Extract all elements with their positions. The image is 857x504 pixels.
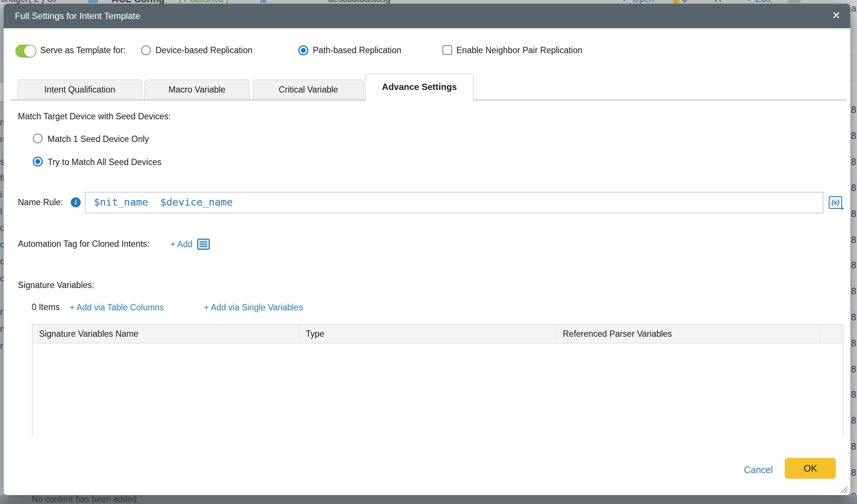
dialog-header: Full Settings for Intent Template ✕: [4, 4, 850, 28]
dialog-title: Full Settings for Intent Template: [15, 4, 140, 28]
add-via-single-variables-link[interactable]: + Add via Single Variables: [204, 303, 303, 313]
full-settings-dialog: Full Settings for Intent Template ✕ Serv…: [4, 4, 850, 495]
name-rule-label: Name Rule:: [18, 197, 63, 207]
backdrop-fragment: 8: [851, 131, 856, 140]
toggle-knob: [24, 45, 36, 57]
automation-tag-label: Automation Tag for Cloned Intents:: [18, 239, 150, 249]
plus-glyph: +: [840, 205, 844, 212]
app-icon: [88, 0, 98, 3]
serve-as-template-label: Serve as Template for:: [40, 45, 126, 55]
radio-match-one-seed[interactable]: [33, 133, 43, 143]
document-icon: [673, 0, 679, 3]
backdrop-fragment: 8: [851, 286, 856, 296]
backdrop-fragment: 8: [851, 491, 856, 495]
radio-path-based-replication[interactable]: [298, 45, 308, 55]
backdrop-fragment: 8: [851, 364, 856, 374]
serve-as-template-toggle[interactable]: [15, 45, 36, 58]
name-rule-value: $nit_name $device_name: [94, 196, 233, 208]
backdrop-empty-message: No content has been added.: [32, 495, 139, 504]
signature-variables-table: Signature Variables Name Type Referenced…: [32, 324, 843, 436]
backdrop-fragment: 8: [851, 260, 856, 270]
backdrop-fragment: 8: [851, 338, 856, 348]
radio-path-based-label[interactable]: Path-based Replication: [313, 45, 401, 55]
backdrop-fragment: r: [0, 341, 3, 351]
backdrop-fragment: 8: [851, 416, 856, 425]
backdrop-fragment: 8: [851, 157, 856, 167]
signature-variables-label: Signature Variables:: [18, 280, 94, 290]
fx-glyph: (x): [832, 199, 840, 206]
add-via-table-columns-link[interactable]: + Add via Table Columns: [70, 303, 164, 313]
backdrop-fragment: 8: [851, 183, 856, 193]
share-icon: [260, 0, 266, 3]
column-header-type[interactable]: Type: [299, 325, 556, 343]
column-header-referenced[interactable]: Referenced Parser Variables: [556, 325, 820, 343]
tab-advance-settings[interactable]: Advance Settings: [365, 74, 474, 100]
column-header-name[interactable]: Signature Variables Name: [32, 325, 299, 343]
right-edge-strip: a8888888888888888: [850, 4, 857, 495]
tab-intent-qualification[interactable]: Intent Qualification: [17, 80, 142, 100]
signature-items-count: 0 Items: [32, 302, 60, 312]
column-header-extra: [820, 325, 843, 343]
automation-add-link[interactable]: + Add: [170, 239, 192, 249]
backdrop-fragment: 8: [851, 235, 856, 245]
backdrop-fragment: l: [0, 207, 2, 216]
backdrop-fragment: 8: [851, 312, 856, 322]
ok-button[interactable]: OK: [785, 458, 836, 479]
tab-macro-variable[interactable]: Macro Variable: [144, 80, 250, 100]
backdrop-fragment: 8: [851, 442, 856, 451]
enable-neighbor-pair-checkbox[interactable]: [442, 45, 452, 55]
info-icon[interactable]: i: [71, 197, 81, 207]
radio-match-one-seed-label[interactable]: Match 1 Seed Device Only: [48, 134, 149, 144]
close-icon[interactable]: ✕: [830, 4, 843, 28]
backdrop-bottom-strip: No content has been added.: [0, 495, 857, 504]
backdrop-fragment: a: [851, 4, 856, 13]
backdrop-fragment: 8: [851, 468, 856, 477]
table-header-row: Signature Variables Name Type Referenced…: [32, 325, 843, 343]
insert-variable-icon[interactable]: (x) +: [829, 196, 842, 209]
backdrop-fragment: i: [0, 190, 2, 199]
enable-neighbor-pair-label[interactable]: Enable Neighbor Pair Replication: [456, 45, 582, 55]
backdrop-gray-box: [788, 0, 800, 3]
backdrop-fragment: 8: [851, 105, 856, 114]
radio-match-all-seeds[interactable]: [33, 156, 43, 167]
backdrop-fragment: 8: [851, 209, 856, 219]
radio-device-based-label[interactable]: Device-based Replication: [155, 45, 253, 55]
radio-device-based-replication[interactable]: [141, 45, 151, 55]
table-empty-body: [32, 343, 843, 436]
radio-match-all-seeds-label[interactable]: Try to Match All Seed Devices: [48, 157, 161, 167]
backdrop-fragment: r: [0, 307, 3, 317]
backdrop-fragment: 8: [851, 390, 856, 399]
match-target-label: Match Target Device with Seed Devices:: [18, 112, 171, 122]
resize-grip-icon[interactable]: [841, 486, 847, 493]
cancel-button[interactable]: Cancel: [744, 465, 773, 475]
tag-list-icon[interactable]: [197, 239, 210, 250]
tab-critical-variable[interactable]: Critical Variable: [253, 80, 364, 100]
name-rule-input[interactable]: $nit_name $device_name: [85, 192, 824, 213]
